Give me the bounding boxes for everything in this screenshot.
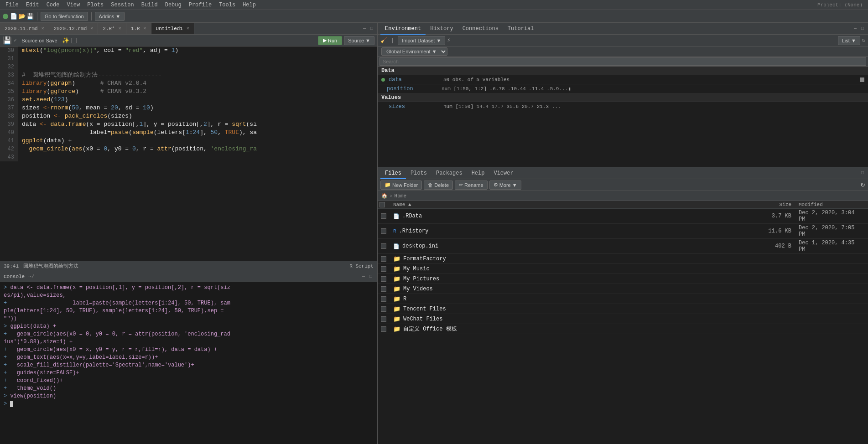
file-row-mymusic[interactable]: 📁My Music (378, 264, 868, 274)
tab-close-icon[interactable]: ✕ (90, 23, 93, 35)
list-view-button[interactable]: List ▼ (838, 36, 860, 45)
menu-file[interactable]: File (2, 0, 22, 10)
menu-tools[interactable]: Tools (215, 0, 239, 10)
run-button[interactable]: ▶ Run (318, 36, 342, 45)
env-row-data[interactable]: data 50 obs. of 5 variables (378, 75, 868, 84)
tab-untitled1[interactable]: Untitled1 ✕ (151, 23, 194, 35)
minimize-console-icon[interactable]: — (361, 274, 366, 279)
file-row-r[interactable]: 📁R (378, 294, 868, 304)
toolbar-separator-2 (91, 12, 92, 21)
file-checkbox[interactable] (378, 212, 390, 220)
file-date: Dec 2, 2020, 3:04 PM (795, 209, 868, 223)
console-code: ius')*0.88),size=1) + (4, 339, 73, 345)
console-prompt: + (4, 377, 10, 384)
maximize-files-icon[interactable]: □ (860, 170, 865, 176)
file-checkbox[interactable] (378, 285, 390, 293)
tab-2r[interactable]: 2.R* ✕ (98, 23, 126, 35)
file-checkbox[interactable] (378, 243, 390, 250)
broom-icon[interactable]: 🧹 (380, 37, 387, 44)
go-to-file-button[interactable]: Go to file/function (41, 12, 88, 21)
menu-help[interactable]: Help (239, 0, 260, 10)
source-button[interactable]: Source ▼ (344, 36, 374, 45)
minimize-files-icon[interactable]: — (852, 170, 858, 176)
file-checkbox[interactable] (378, 295, 390, 303)
file-checkbox[interactable] (378, 325, 390, 333)
env-row-sizes[interactable]: sizes num [1:50] 14.4 17.7 35.6 20.7 21.… (378, 102, 868, 111)
menu-session[interactable]: Session (107, 0, 137, 10)
maximize-editor-icon[interactable]: □ (369, 26, 374, 31)
file-row-mypictures[interactable]: 📁My Pictures (378, 274, 868, 284)
file-type-icon: 📄 (393, 243, 400, 249)
tab-packages[interactable]: Packages (431, 167, 467, 179)
minimize-editor-icon[interactable]: — (362, 26, 367, 31)
new-folder-button[interactable]: 📁 New Folder (380, 181, 422, 190)
delete-button[interactable]: 🗑 Delete (424, 181, 453, 190)
file-row-formatfactory[interactable]: 📁FormatFactory (378, 254, 868, 264)
menu-build[interactable]: Build (138, 0, 161, 10)
tab-history[interactable]: History (426, 23, 457, 35)
tab-1r[interactable]: 1.R ✕ (126, 23, 151, 35)
file-row-wechat[interactable]: 📁WeChat Files (378, 314, 868, 324)
tab-environment[interactable]: Environment (380, 23, 426, 35)
refresh-files-button[interactable]: ↻ (860, 181, 865, 188)
tab-close-icon[interactable]: ✕ (187, 23, 189, 35)
tab-plots[interactable]: Plots (406, 167, 431, 179)
file-checkbox[interactable] (378, 227, 390, 235)
new-folder-icon: 📁 (385, 182, 391, 188)
env-var-desc: 50 obs. of 5 variables (443, 77, 858, 83)
tab-files[interactable]: Files (380, 167, 406, 179)
console-line: > ggplot(data) + (4, 323, 374, 330)
env-row-position[interactable]: position num [1:50, 1:2] -6.78 -10.44 -1… (378, 84, 868, 93)
tab-close-icon[interactable]: ✕ (119, 23, 121, 35)
file-checkbox[interactable] (378, 255, 390, 263)
breadcrumb-home[interactable]: Home (395, 193, 406, 199)
tab-2020-11-rmd[interactable]: 2020.11.rmd ✕ (0, 23, 49, 35)
menu-code[interactable]: Code (43, 0, 63, 10)
file-checkbox[interactable] (378, 275, 390, 283)
tab-help[interactable]: Help (467, 167, 489, 179)
menu-plots[interactable]: Plots (83, 0, 107, 10)
menu-view[interactable]: View (63, 0, 83, 10)
file-checkbox[interactable] (378, 305, 390, 313)
file-size (759, 318, 795, 320)
more-button[interactable]: ⚙ More ▼ (489, 181, 521, 190)
refresh-env-icon[interactable]: ↻ (862, 37, 865, 44)
header-modified[interactable]: Modified (795, 201, 868, 208)
file-row-rhistory[interactable]: R.Rhistory 11.6 KB Dec 2, 2020, 7:05 PM (378, 224, 868, 239)
menu-edit[interactable]: Edit (22, 0, 43, 10)
tab-viewer[interactable]: Viewer (489, 167, 518, 179)
header-checkbox[interactable] (379, 202, 385, 207)
file-row-office-template[interactable]: 📁自定义 Office 模板 (378, 324, 868, 334)
header-name[interactable]: Name ▲ (390, 201, 759, 208)
global-env-select[interactable]: Global Environment ▼ (381, 47, 447, 56)
tab-close-icon[interactable]: ✕ (42, 23, 44, 35)
file-row-rdata[interactable]: 📄.RData 3.7 KB Dec 2, 2020, 3:04 PM (378, 209, 868, 224)
file-row-myvideos[interactable]: 📁My Videos (378, 284, 868, 294)
import-dataset-button[interactable]: Import Dataset ▼ (398, 36, 445, 45)
header-size[interactable]: Size (759, 201, 795, 208)
file-checkbox[interactable] (378, 315, 390, 323)
tab-tutorial[interactable]: Tutorial (503, 23, 539, 35)
file-checkbox[interactable] (378, 265, 390, 273)
code-editor[interactable]: 30 mtext("log(pnorm(x))", col = "red", a… (0, 46, 377, 261)
tab-close-icon[interactable]: ✕ (144, 23, 146, 35)
maximize-env-icon[interactable]: □ (860, 26, 865, 31)
env-var-desc: num [1:50] 14.4 17.7 35.6 20.7 21.3 ... (443, 104, 864, 109)
file-row-desktopini[interactable]: 📄desktop.ini 402 B Dec 1, 2020, 4:35 PM (378, 239, 868, 254)
console-body[interactable]: > data <- data.frame(x = position[,1], y… (0, 282, 377, 444)
tab-connections[interactable]: Connections (458, 23, 503, 35)
env-grid-icon[interactable] (860, 77, 864, 82)
rename-button[interactable]: ✏ Rename (455, 181, 488, 190)
file-row-tencent[interactable]: 📁Tencent Files (378, 304, 868, 314)
addins-button[interactable]: Addins ▼ (95, 12, 125, 21)
source-on-save-button[interactable]: Source on Save (19, 36, 60, 45)
tab-label: 2020.11.rmd (5, 23, 38, 35)
menu-profile[interactable]: Profile (185, 0, 215, 10)
maximize-console-icon[interactable]: □ (368, 274, 374, 279)
env-search-input[interactable] (379, 57, 866, 66)
console-line: "")) (4, 315, 374, 323)
menu-debug[interactable]: Debug (161, 0, 185, 10)
minimize-env-icon[interactable]: — (852, 26, 858, 31)
tab-2020-12-rmd[interactable]: 2020.12.rmd ✕ (49, 23, 99, 35)
save-file-icon[interactable]: 💾 (3, 36, 12, 45)
